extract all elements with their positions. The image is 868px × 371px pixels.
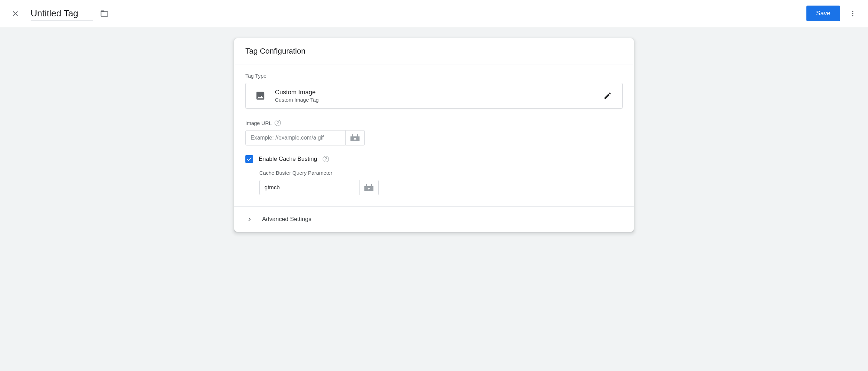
card-body: Tag Type Custom Image Custom Image Tag I… xyxy=(234,64,634,232)
advanced-settings-toggle[interactable]: Advanced Settings xyxy=(245,207,623,232)
folder-button[interactable] xyxy=(97,7,111,21)
edit-tag-type-button[interactable] xyxy=(601,89,614,102)
tag-type-description: Custom Image Tag xyxy=(275,97,593,103)
card-header: Tag Configuration xyxy=(234,38,634,64)
image-icon xyxy=(254,89,267,102)
check-icon xyxy=(246,156,252,162)
image-url-variable-button[interactable] xyxy=(346,130,365,145)
svg-rect-8 xyxy=(371,184,372,186)
more-menu-button[interactable] xyxy=(846,7,860,21)
variable-icon xyxy=(350,134,360,141)
cache-buster-param-input[interactable] xyxy=(259,180,360,195)
save-button[interactable]: Save xyxy=(806,6,840,21)
svg-rect-1 xyxy=(352,134,353,136)
svg-rect-11 xyxy=(369,188,369,190)
cache-buster-param-label: Cache Buster Query Parameter xyxy=(259,170,623,176)
tag-configuration-card: Tag Configuration Tag Type Custom Image … xyxy=(234,38,634,232)
cache-busting-row: Enable Cache Busting ? xyxy=(245,155,623,163)
cache-busting-label: Enable Cache Busting xyxy=(259,156,317,163)
card-title: Tag Configuration xyxy=(245,47,623,56)
more-vert-icon xyxy=(849,9,857,18)
cache-buster-param-section: Cache Buster Query Parameter xyxy=(259,170,623,195)
tag-type-name: Custom Image xyxy=(275,89,593,96)
close-icon xyxy=(11,9,19,18)
tag-name-input[interactable] xyxy=(31,7,93,21)
tag-type-label: Tag Type xyxy=(245,73,623,79)
image-url-input[interactable] xyxy=(245,130,346,145)
svg-rect-2 xyxy=(357,134,358,136)
page-header: Save xyxy=(0,0,868,27)
tag-type-info: Custom Image Custom Image Tag xyxy=(275,89,593,103)
tag-type-selector[interactable]: Custom Image Custom Image Tag xyxy=(245,83,623,109)
pencil-icon xyxy=(603,92,612,100)
cache-busting-help-icon[interactable]: ? xyxy=(323,156,329,162)
svg-rect-5 xyxy=(355,138,355,141)
image-url-label: Image URL ? xyxy=(245,120,623,126)
image-url-help-icon[interactable]: ? xyxy=(275,120,281,126)
content-area: Tag Configuration Tag Type Custom Image … xyxy=(0,27,868,371)
folder-icon xyxy=(100,9,109,18)
advanced-settings-label: Advanced Settings xyxy=(262,216,311,223)
cache-buster-variable-button[interactable] xyxy=(360,180,379,195)
cache-busting-checkbox[interactable] xyxy=(245,155,253,163)
close-button[interactable] xyxy=(8,7,22,21)
chevron-right-icon xyxy=(245,215,254,223)
variable-icon xyxy=(364,184,373,191)
image-url-row xyxy=(245,130,623,145)
svg-rect-7 xyxy=(366,184,367,186)
